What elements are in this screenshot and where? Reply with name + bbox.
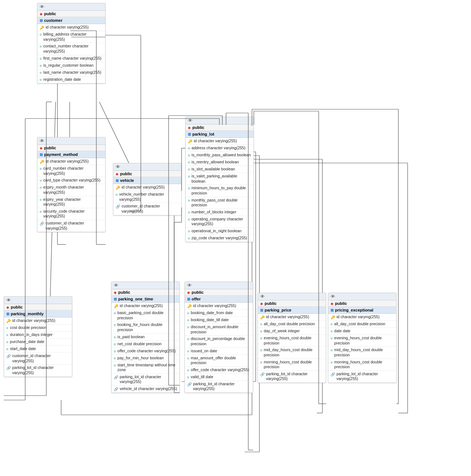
col-icon: ≡ [40, 70, 42, 75]
field-text: all_day_cost double precision [334, 322, 385, 327]
schema-icon: ◆ [188, 126, 191, 130]
field-row: 🔑 id character varying(255) [37, 158, 105, 165]
field-text: id character varying(255) [46, 25, 89, 30]
field-row: 🔗 parking_lot_id character varying(255) [258, 371, 326, 383]
field-row: ≡ morning_hours_cost double precision [258, 359, 326, 371]
field-text: number_of_blocks integer [192, 210, 236, 215]
table-icon: ⊞ [331, 308, 334, 312]
fk-icon: 🔗 [40, 221, 44, 226]
field-text: is_paid boolean [117, 334, 145, 340]
fk-icon: 🔗 [260, 372, 265, 377]
field-row: ≡ is_valet_parking_available boolean [186, 173, 253, 185]
field-text: security_code character varying(255) [43, 209, 103, 219]
parking-lot-schema: ◆ public [186, 124, 253, 131]
field-row: ≡ last_name character varying(255) [37, 69, 105, 76]
col-icon: ≡ [6, 333, 9, 337]
table-customer: 👁 ◆ public ⊞ customer 🔑 id character var… [37, 3, 106, 84]
col-icon: ≡ [187, 325, 189, 330]
col-icon: ≡ [187, 368, 189, 373]
pricing-exceptional-schema: ◆ public [328, 300, 396, 307]
table-icon: ⊞ [116, 179, 119, 183]
col-icon: ≡ [260, 329, 262, 334]
table-name-label: payment_method [44, 152, 78, 157]
vehicle-schema: ◆ public [113, 171, 181, 177]
key-icon: 🔑 [40, 159, 44, 164]
col-icon: ≡ [116, 192, 118, 197]
col-icon: ≡ [188, 210, 190, 215]
table-icon: ⊞ [40, 153, 43, 157]
table-vehicle: 👁 ◆ public ⊞ vehicle 🔑 id character vary… [113, 163, 182, 216]
field-text: contact_number character varying(255) [43, 44, 103, 54]
field-row: ≡ is_regular_customer boolean [37, 62, 105, 69]
field-text: billing_address character varying(255) [43, 32, 103, 42]
schema-icon: ◆ [331, 302, 334, 306]
field-row: 🔑 id character varying(255) [186, 138, 253, 145]
col-icon: ≡ [187, 356, 189, 361]
col-icon: ≡ [187, 375, 189, 380]
field-text: cost double precision [10, 325, 47, 330]
col-icon: ≡ [188, 160, 190, 165]
fk-icon: 🔗 [114, 387, 118, 392]
parking-monthly-schema: ◆ public [4, 304, 72, 310]
field-row: 🔗 parking_lot_id character varying(255) [4, 365, 72, 376]
field-text: discount_in_amount double precision [191, 324, 251, 334]
field-row: ≡ issued_on date [185, 348, 253, 355]
field-row: ≡ booking_date_from date [185, 310, 253, 317]
field-row: 🔑 id character varying(255) [113, 184, 181, 191]
field-row: 🔗 parking_lot_id character varying(255) [185, 381, 253, 393]
vehicle-header: 👁 [113, 163, 181, 171]
field-row: ≡ all_day_cost double precision [258, 321, 326, 328]
table-name-label: parking_monthly [11, 312, 44, 316]
field-row: 🔑 id character varying(255) [328, 314, 396, 321]
field-text: operating_company character varying(255) [192, 217, 251, 227]
field-row: ≡ security_code character varying(255) [37, 208, 105, 220]
col-icon: ≡ [187, 349, 189, 354]
table-parking-one-time: 👁 ◆ public ⊞ parking_one_time 🔑 id chara… [111, 282, 180, 393]
col-icon: ≡ [40, 77, 42, 82]
schema-label: public [120, 172, 132, 176]
table-name-label: parking_one_time [118, 297, 153, 301]
field-text: minimum_hours_to_pay double precision [192, 186, 251, 196]
eye-icon: 👁 [40, 138, 44, 144]
schema-label: public [44, 146, 56, 150]
field-text: address character varying(255) [192, 146, 245, 151]
field-row: ≡ start_time timestamp without time zone [112, 362, 179, 374]
field-row: ≡ registration_date date [37, 76, 105, 83]
payment-method-name: ⊞ payment_method [37, 151, 105, 158]
field-row: 🔑 id character varying(255) [112, 303, 179, 310]
col-icon: ≡ [260, 322, 262, 327]
field-text: duration_in_days integer [10, 332, 53, 337]
field-row: ≡ valid_till date [185, 374, 253, 381]
table-name-label: customer [44, 18, 63, 23]
field-text: is_monthly_pass_allowed boolean [192, 153, 251, 158]
field-text: is_valet_parking_available boolean [192, 174, 251, 184]
col-icon: ≡ [260, 336, 262, 341]
field-row: ≡ max_amount_offer double precision [185, 355, 253, 367]
col-icon: ≡ [188, 167, 190, 172]
field-row: ≡ duration_in_days integer [4, 332, 72, 339]
col-icon: ≡ [40, 197, 42, 202]
field-row: ≡ mid_day_hours_cost double precision [328, 347, 396, 359]
col-icon: ≡ [188, 236, 190, 241]
field-text: purchase_date date [10, 339, 44, 344]
field-text: offer_code character varying(255) [117, 349, 176, 354]
key-icon: 🔑 [260, 315, 265, 320]
pricing-exceptional-header: 👁 [328, 293, 396, 300]
fk-icon: 🔗 [114, 375, 118, 380]
field-text: id character varying(255) [194, 139, 237, 144]
field-row: ≡ minimum_hours_to_pay double precision [186, 185, 253, 197]
field-text: mid_day_hours_cost double precision [334, 347, 394, 357]
field-row: ≡ first_name character varying(255) [37, 55, 105, 62]
table-parking-monthly: 👁 ◆ public ⊞ parking_monthly 🔑 id charac… [4, 296, 72, 377]
eye-icon: 👁 [6, 297, 11, 303]
fk-icon: 🔗 [6, 366, 11, 370]
col-icon: ≡ [40, 63, 42, 68]
pricing-exceptional-name: ⊞ pricing_exceptional [328, 307, 396, 314]
field-row: 🔑 id character varying(255) [37, 24, 105, 31]
vehicle-name: ⊞ vehicle [113, 177, 181, 184]
field-row: 🔗 customer_id character varying(255) [4, 353, 72, 365]
field-text: customer_id character varying(255) [46, 221, 103, 231]
field-row: 🔗 customer_id character varying(255) [37, 220, 105, 232]
col-icon: ≡ [188, 229, 190, 234]
parking-one-time-name: ⊞ parking_one_time [112, 296, 179, 303]
